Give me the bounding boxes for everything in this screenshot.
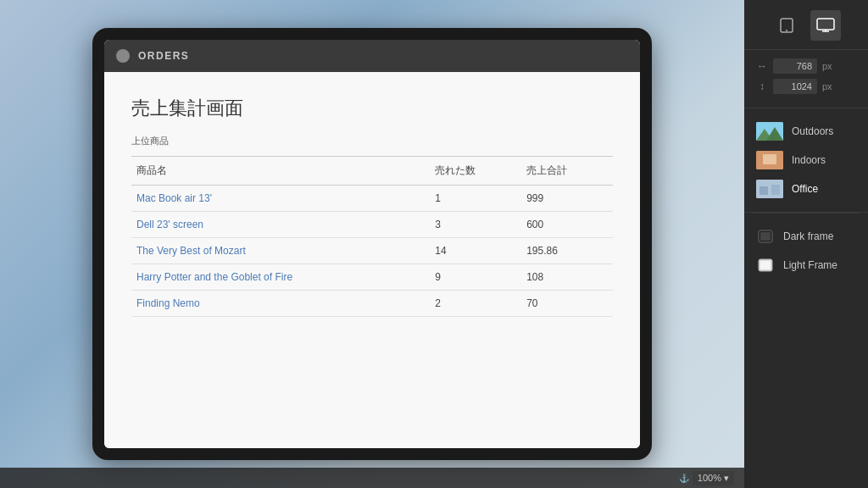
tablet-frame: ORDERS 売上集計画面 上位商品 商品名 売れた数 売上合計 Mac Boo… (92, 28, 652, 460)
main-area: ORDERS 売上集計画面 上位商品 商品名 売れた数 売上合計 Mac Boo… (0, 0, 744, 488)
cell-sold-count: 3 (430, 212, 521, 238)
app-header: ORDERS (104, 40, 640, 72)
table-row: Harry Potter and the Goblet of Fire9108 (131, 264, 613, 291)
height-row: ↕ px (756, 79, 856, 94)
page-title: 売上集計画面 (131, 96, 613, 121)
light-frame-label: Light Frame (783, 259, 837, 271)
cell-product-name: The Very Best of Mozart (131, 238, 430, 264)
office-thumbnail (756, 180, 783, 198)
light-frame-icon (756, 256, 775, 274)
svg-rect-16 (760, 261, 771, 269)
zoom-dropdown[interactable]: 100% ▾ (693, 471, 734, 485)
col-header-total: 売上合計 (521, 157, 613, 186)
table-row: Mac Book air 13'1999 (131, 186, 613, 212)
cell-sales-total: 600 (521, 212, 613, 238)
cell-sales-total: 999 (521, 186, 613, 212)
height-unit: px (822, 81, 832, 92)
table-header-row: 商品名 売れた数 売上合計 (131, 157, 613, 186)
cell-sold-count: 9 (430, 264, 521, 291)
width-arrow-icon: ↔ (756, 60, 768, 72)
outdoors-thumbnail (756, 122, 783, 141)
tablet-screen: ORDERS 売上集計画面 上位商品 商品名 売れた数 売上合計 Mac Boo… (104, 40, 640, 448)
app-header-title: ORDERS (138, 50, 189, 62)
dark-frame-icon (756, 227, 775, 246)
table-row: The Very Best of Mozart14195.86 (131, 238, 613, 264)
dark-frame-label: Dark frame (783, 230, 833, 242)
right-panel: ↔ px ↕ px Outdoors (744, 0, 868, 488)
monitor-device-button[interactable] (810, 10, 841, 41)
svg-rect-11 (760, 186, 768, 195)
section-label: 上位商品 (131, 135, 613, 147)
tablet-device-button[interactable] (771, 10, 802, 41)
zoom-anchor-icon: ⚓ (679, 473, 689, 483)
col-header-sold: 売れた数 (430, 157, 521, 186)
frame-option-light[interactable]: Light Frame (753, 251, 860, 280)
zoom-chevron-icon: ▾ (724, 473, 729, 484)
indoors-thumbnail (756, 151, 783, 169)
table-row: Dell 23' screen3600 (131, 212, 613, 238)
bottom-bar: ⚓ 100% ▾ (0, 468, 744, 488)
svg-rect-2 (817, 19, 834, 30)
dimensions-area: ↔ px ↕ px (744, 50, 868, 108)
svg-rect-9 (763, 154, 776, 164)
cell-product-name: Dell 23' screen (131, 212, 430, 238)
svg-rect-14 (760, 232, 771, 241)
cell-sold-count: 14 (430, 238, 521, 264)
width-row: ↔ px (756, 58, 856, 74)
zoom-indicator: ⚓ 100% ▾ (679, 471, 734, 485)
app-header-icon (116, 49, 130, 63)
bg-option-indoors[interactable]: Indoors (753, 146, 860, 175)
device-icons-row (744, 0, 868, 50)
outdoors-label: Outdoors (792, 125, 833, 137)
svg-rect-12 (771, 185, 780, 195)
indoors-label: Indoors (792, 154, 826, 166)
cell-sales-total: 195.86 (521, 238, 613, 264)
bg-option-outdoors[interactable]: Outdoors (753, 117, 860, 146)
height-arrow-icon: ↕ (756, 80, 768, 92)
frame-option-dark[interactable]: Dark frame (753, 222, 860, 251)
bg-options: Outdoors Indoors Office (744, 108, 868, 213)
cell-sold-count: 2 (430, 291, 521, 317)
cell-sold-count: 1 (430, 186, 521, 212)
app-content: 売上集計画面 上位商品 商品名 売れた数 売上合計 Mac Book air 1… (104, 72, 640, 448)
cell-product-name: Finding Nemo (131, 291, 430, 317)
zoom-value: 100% (698, 473, 721, 483)
cell-product-name: Harry Potter and the Goblet of Fire (131, 264, 430, 291)
orders-table: 商品名 売れた数 売上合計 Mac Book air 13'1999Dell 2… (131, 156, 613, 317)
office-label: Office (792, 183, 818, 195)
height-input[interactable] (773, 79, 817, 94)
width-input[interactable] (773, 58, 817, 74)
cell-sales-total: 108 (521, 264, 613, 291)
table-row: Finding Nemo270 (131, 291, 613, 317)
cell-sales-total: 70 (521, 291, 613, 317)
width-unit: px (822, 61, 832, 71)
svg-point-1 (786, 30, 787, 31)
frame-options: Dark frame Light Frame (744, 214, 868, 288)
bg-option-office[interactable]: Office (753, 175, 860, 203)
cell-product-name: Mac Book air 13' (131, 186, 430, 212)
col-header-name: 商品名 (131, 157, 430, 186)
